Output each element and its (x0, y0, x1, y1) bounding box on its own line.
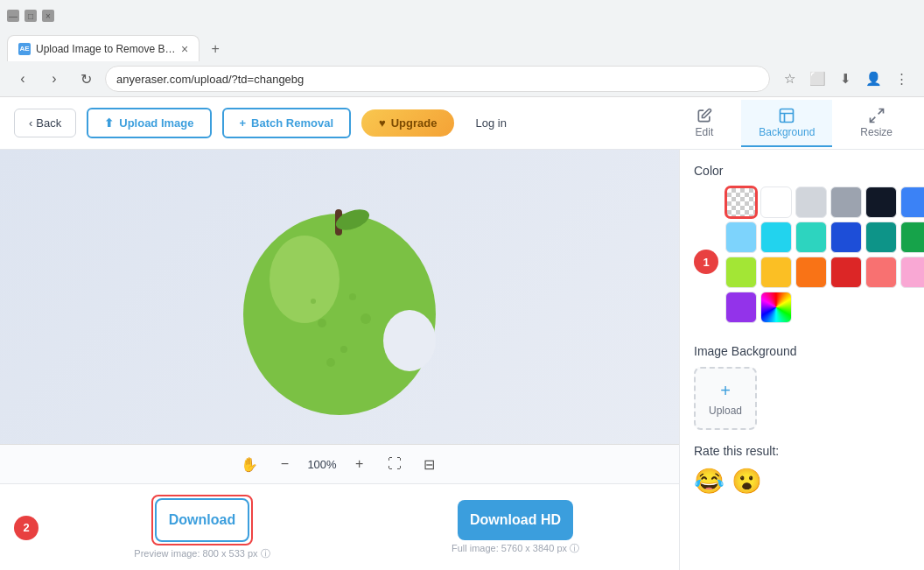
extensions-icon[interactable]: ⬜ (805, 67, 830, 91)
svg-rect-0 (780, 109, 794, 122)
download-button[interactable]: Download (155, 498, 249, 542)
color-swatch-pink[interactable] (900, 257, 924, 288)
full-info: Full image: 5760 x 3840 px ⓘ (452, 542, 579, 555)
canvas-workspace (0, 150, 679, 444)
color-swatch-yellow-green[interactable] (725, 257, 757, 288)
download-group: Download Preview image: 800 x 533 px ⓘ (52, 495, 352, 560)
browser-chrome: — □ × AE Upload Image to Remove Bg in...… (0, 0, 924, 97)
main-content: ✋ − 100% + ⛶ ⊟ 2 Download Preview image:… (0, 150, 924, 570)
color-swatch-blue[interactable] (900, 186, 924, 218)
back-button[interactable]: ‹ Back (14, 109, 76, 137)
split-view-button[interactable]: ⊟ (417, 452, 442, 476)
svg-point-3 (383, 310, 436, 371)
step1-row: 1 (694, 186, 910, 337)
menu-icon[interactable]: ⋮ (889, 67, 914, 91)
preview-info: Preview image: 800 x 533 px ⓘ (134, 547, 270, 560)
upload-bg-icon: + (720, 381, 731, 401)
download-hd-group: Download HD Full image: 5760 x 3840 px ⓘ (366, 500, 665, 555)
svg-point-11 (326, 358, 335, 367)
resize-icon (868, 107, 886, 124)
tab-close-icon[interactable]: × (181, 42, 188, 56)
svg-point-2 (270, 236, 340, 323)
background-icon (778, 107, 795, 124)
browser-tab[interactable]: AE Upload Image to Remove Bg in... × (7, 35, 200, 61)
image-background-section: Image Background + Upload (694, 344, 910, 430)
color-swatch-orange[interactable] (795, 257, 827, 288)
zoom-in-button[interactable]: + (347, 452, 372, 476)
maximize-button[interactable]: □ (24, 10, 37, 22)
forward-nav-button[interactable]: › (42, 67, 66, 91)
color-swatch-cyan-light[interactable] (725, 222, 757, 253)
color-swatch-red-light[interactable] (865, 257, 897, 288)
color-swatch-gray[interactable] (830, 186, 862, 218)
tab-title: Upload Image to Remove Bg in... (36, 43, 176, 55)
svg-point-8 (360, 313, 371, 324)
color-swatch-lightgray[interactable] (795, 186, 827, 218)
step1-badge: 1 (694, 250, 718, 274)
refresh-button[interactable]: ↻ (74, 67, 98, 91)
upload-image-button[interactable]: ⬆ Upload Image (87, 108, 211, 138)
download-hd-button[interactable]: Download HD (458, 500, 573, 540)
tab-favicon: AE (18, 43, 31, 55)
profile-icon[interactable]: 👤 (861, 67, 886, 91)
back-chevron-icon: ‹ (29, 116, 32, 130)
zoom-out-button[interactable]: − (272, 452, 297, 476)
sidebar: Color 1 (679, 150, 924, 570)
canvas-controls: ✋ − 100% + ⛶ ⊟ (0, 444, 679, 483)
tab-background[interactable]: Background (741, 100, 832, 147)
pan-tool-button[interactable]: ✋ (237, 452, 262, 476)
color-swatch-transparent[interactable] (725, 186, 757, 218)
svg-point-10 (349, 293, 356, 300)
upgrade-button[interactable]: ♥ Upgrade (361, 109, 454, 137)
toolbar: ‹ Back ⬆ Upload Image + Batch Removal ♥ … (0, 97, 924, 150)
color-swatch-rainbow[interactable] (760, 292, 792, 323)
batch-icon: + (240, 116, 247, 130)
batch-removal-button[interactable]: + Batch Removal (222, 108, 352, 138)
close-button[interactable]: × (42, 10, 54, 22)
rate-title: Rate this result: (694, 444, 910, 458)
image-background-title: Image Background (694, 344, 910, 358)
color-swatch-white[interactable] (760, 186, 792, 218)
back-nav-button[interactable]: ‹ (10, 67, 35, 91)
login-button[interactable]: Log in (465, 109, 516, 137)
color-grid (725, 186, 924, 323)
download-btn-wrapper: Download (151, 495, 253, 545)
color-swatch-black[interactable] (865, 186, 897, 218)
upload-bg-label: Upload (709, 405, 742, 417)
address-input[interactable] (105, 66, 770, 92)
step2-badge: 2 (14, 516, 38, 540)
color-swatch-teal-light[interactable] (795, 222, 827, 253)
bookmark-icon[interactable]: ☆ (777, 67, 802, 91)
color-swatch-purple[interactable] (725, 292, 757, 323)
zoom-level: 100% (307, 458, 336, 471)
app: ‹ Back ⬆ Upload Image + Batch Removal ♥ … (0, 97, 924, 570)
edit-icon (696, 107, 713, 124)
svg-point-9 (311, 299, 316, 304)
tab-resize[interactable]: Resize (843, 100, 910, 147)
upload-icon: ⬆ (104, 116, 114, 130)
svg-point-7 (340, 346, 347, 353)
rate-surprised-emoji[interactable]: 😮 (732, 467, 762, 496)
tab-edit[interactable]: Edit (678, 100, 732, 147)
upload-background-button[interactable]: + Upload (694, 367, 757, 430)
color-swatch-yellow[interactable] (760, 257, 792, 288)
color-section-title: Color (694, 164, 910, 178)
download-browser-icon[interactable]: ⬇ (833, 67, 858, 91)
minimize-button[interactable]: — (7, 10, 19, 22)
heart-icon: ♥ (379, 116, 386, 130)
color-swatch-cyan[interactable] (760, 222, 792, 253)
color-swatch-green[interactable] (900, 222, 924, 253)
apple-image (208, 165, 471, 428)
rate-emojis: 😂 😮 (694, 467, 910, 496)
fullscreen-button[interactable]: ⛶ (382, 452, 407, 476)
canvas-area: ✋ − 100% + ⛶ ⊟ 2 Download Preview image:… (0, 150, 679, 570)
new-tab-button[interactable]: + (203, 37, 228, 61)
color-swatch-red[interactable] (830, 257, 862, 288)
rate-section: Rate this result: 😂 😮 (694, 444, 910, 496)
color-swatch-teal[interactable] (865, 222, 897, 253)
svg-point-6 (318, 319, 326, 327)
color-swatch-blue-dark[interactable] (830, 222, 862, 253)
bottom-bar: 2 Download Preview image: 800 x 533 px ⓘ… (0, 483, 679, 570)
rate-laugh-emoji[interactable]: 😂 (694, 467, 724, 496)
